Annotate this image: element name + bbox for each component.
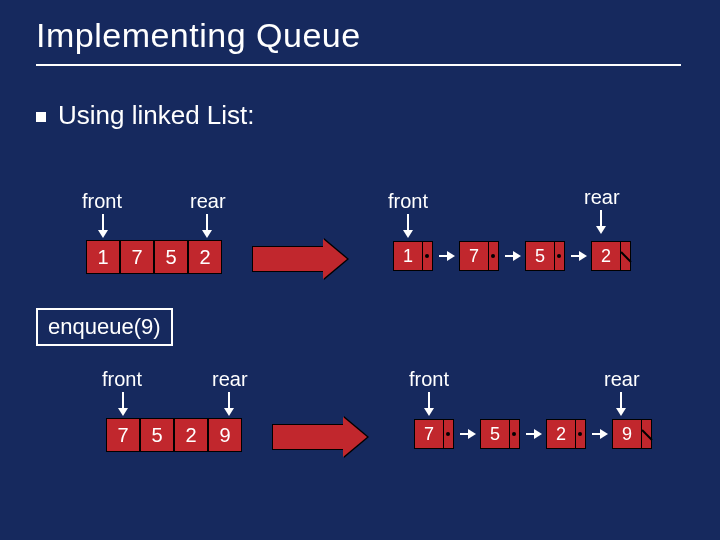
title-underline xyxy=(36,64,681,66)
label-rear-ll-2: rear xyxy=(604,368,640,391)
big-arrow-icon xyxy=(252,246,324,272)
node-pointer-null xyxy=(642,419,652,449)
node-pointer xyxy=(489,241,499,271)
subtitle: Using linked List: xyxy=(36,100,255,131)
list-node: 2 xyxy=(546,419,586,449)
cell: 1 xyxy=(86,240,120,274)
page-title: Implementing Queue xyxy=(36,16,361,55)
label-front-ll-1: front xyxy=(388,190,428,213)
node-value: 9 xyxy=(612,419,642,449)
list-node: 5 xyxy=(480,419,520,449)
node-pointer xyxy=(423,241,433,271)
link-arrow-icon xyxy=(592,433,606,435)
cell: 9 xyxy=(208,418,242,452)
arrow-down-icon xyxy=(122,392,124,410)
arrow-down-icon xyxy=(228,392,230,410)
node-value: 1 xyxy=(393,241,423,271)
arrow-down-icon xyxy=(206,214,208,232)
array-row-1: 1 7 5 2 xyxy=(86,240,222,274)
node-pointer xyxy=(555,241,565,271)
link-arrow-icon xyxy=(526,433,540,435)
node-pointer-null xyxy=(621,241,631,271)
arrow-down-icon xyxy=(102,214,104,232)
subtitle-text: Using linked List: xyxy=(58,100,255,130)
arrow-down-icon xyxy=(620,392,622,410)
list-node: 5 xyxy=(525,241,565,271)
label-rear-ll-1: rear xyxy=(584,186,620,209)
link-arrow-icon xyxy=(505,255,519,257)
operation-label: enqueue(9) xyxy=(36,308,173,346)
link-arrow-icon xyxy=(439,255,453,257)
node-value: 5 xyxy=(525,241,555,271)
list-node: 7 xyxy=(459,241,499,271)
arrow-down-icon xyxy=(428,392,430,410)
label-front-ll-2: front xyxy=(409,368,449,391)
cell: 5 xyxy=(140,418,174,452)
cell: 2 xyxy=(188,240,222,274)
arrow-down-icon xyxy=(600,210,602,228)
node-value: 7 xyxy=(459,241,489,271)
cell: 2 xyxy=(174,418,208,452)
bullet-icon xyxy=(36,112,46,122)
array-row-2: 7 5 2 9 xyxy=(106,418,242,452)
node-value: 2 xyxy=(546,419,576,449)
list-node: 7 xyxy=(414,419,454,449)
linked-list-row-2: 7 5 2 9 xyxy=(414,419,658,449)
cell: 7 xyxy=(120,240,154,274)
label-front-array-2: front xyxy=(102,368,142,391)
big-arrow-icon xyxy=(272,424,344,450)
node-value: 2 xyxy=(591,241,621,271)
node-value: 7 xyxy=(414,419,444,449)
list-node: 9 xyxy=(612,419,652,449)
arrow-down-icon xyxy=(407,214,409,232)
label-front-array-1: front xyxy=(82,190,122,213)
label-rear-array-1: rear xyxy=(190,190,226,213)
list-node: 1 xyxy=(393,241,433,271)
linked-list-row-1: 1 7 5 2 xyxy=(393,241,637,271)
list-node: 2 xyxy=(591,241,631,271)
label-rear-array-2: rear xyxy=(212,368,248,391)
cell: 7 xyxy=(106,418,140,452)
node-value: 5 xyxy=(480,419,510,449)
node-pointer xyxy=(444,419,454,449)
node-pointer xyxy=(576,419,586,449)
link-arrow-icon xyxy=(460,433,474,435)
node-pointer xyxy=(510,419,520,449)
link-arrow-icon xyxy=(571,255,585,257)
cell: 5 xyxy=(154,240,188,274)
